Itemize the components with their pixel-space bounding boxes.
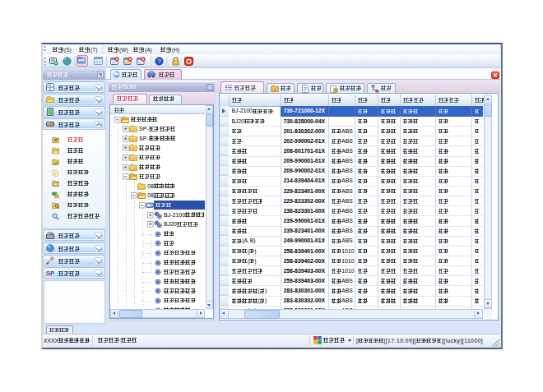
svg-text:P: P xyxy=(50,270,54,277)
svg-text:?: ? xyxy=(157,58,160,65)
